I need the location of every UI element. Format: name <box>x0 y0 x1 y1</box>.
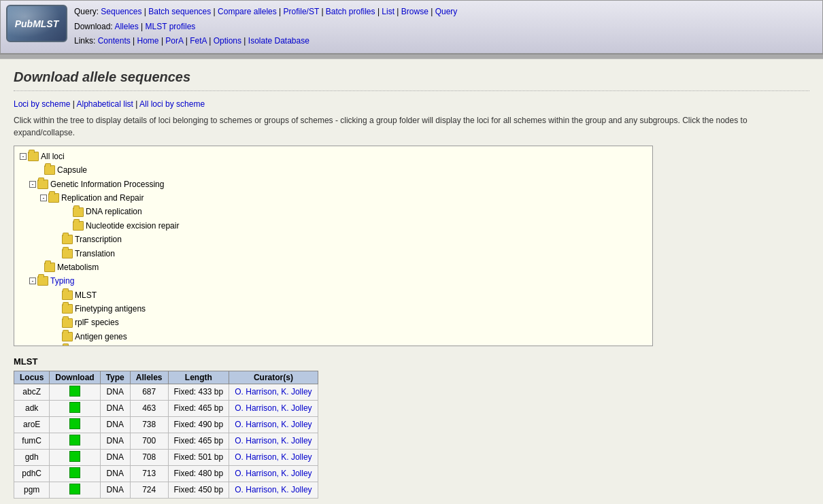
description-text: Click within the tree to display details… <box>14 114 809 139</box>
tree-item-nucleotide[interactable]: Nucleotide excision repair <box>20 219 647 233</box>
cell-download[interactable] <box>50 384 100 400</box>
download-button[interactable] <box>69 418 80 429</box>
label-replication: Replication and Repair <box>61 191 144 205</box>
label-dna-replication: DNA replication <box>86 205 142 218</box>
tree-item-antigen[interactable]: Antigen genes <box>20 330 647 343</box>
tree-item-finetyping[interactable]: Finetyping antigens <box>20 302 647 316</box>
table-row: gdh DNA 708 Fixed: 501 bp O. Harrison, K… <box>14 449 318 465</box>
cell-alleles: 687 <box>130 384 168 400</box>
logo-text: PubMLST <box>15 18 59 29</box>
link-contents[interactable]: Contents <box>98 36 131 46</box>
all-loci-by-scheme-link[interactable]: All loci by scheme <box>139 99 205 109</box>
label-rplf: rplF species <box>75 316 119 329</box>
curator-link[interactable]: O. Harrison, K. Jolley <box>235 452 312 462</box>
link-isolate-db[interactable]: Isolate Database <box>248 36 309 46</box>
expand-all-loci[interactable]: - <box>20 153 27 160</box>
label-mlst: MLST <box>75 288 97 302</box>
link-feta[interactable]: FetA <box>190 36 207 46</box>
folder-replication <box>48 193 59 203</box>
link-pora[interactable]: PorA <box>165 36 183 46</box>
tree-inner: - All loci Capsule - Genetic Information… <box>14 146 652 346</box>
expand-typing[interactable]: - <box>29 278 36 284</box>
tree-item-emlst-partial[interactable]: eMLST (20 locus partial genes) <box>20 343 647 346</box>
label-finetyping: Finetyping antigens <box>75 302 146 316</box>
download-button[interactable] <box>69 451 80 462</box>
cell-download[interactable] <box>50 482 100 498</box>
cell-alleles: 724 <box>130 482 168 498</box>
label-capsule: Capsule <box>57 163 87 177</box>
cell-alleles: 713 <box>130 465 168 482</box>
cell-type: DNA <box>100 416 130 433</box>
link-home[interactable]: Home <box>137 36 159 46</box>
folder-metabolism <box>44 263 55 272</box>
download-button[interactable] <box>69 386 80 397</box>
dl-mlst-profiles[interactable]: MLST profiles <box>146 22 196 31</box>
tree-item-metabolism[interactable]: Metabolism <box>20 261 647 274</box>
curator-link[interactable]: O. Harrison, K. Jolley <box>235 469 312 478</box>
download-button[interactable] <box>69 435 80 446</box>
label-all-loci: All loci <box>41 150 65 163</box>
loci-tree[interactable]: - All loci Capsule - Genetic Information… <box>14 146 653 346</box>
col-download: Download <box>50 371 100 384</box>
cell-curators: O. Harrison, K. Jolley <box>229 416 318 433</box>
nav-profile-st[interactable]: Profile/ST <box>284 7 319 16</box>
folder-rplf <box>62 318 73 328</box>
nav-batch-profiles[interactable]: Batch profiles <box>326 7 375 16</box>
query-row: Query: Sequences | Batch sequences | Com… <box>74 5 457 20</box>
tree-item-replication[interactable]: - Replication and Repair <box>20 191 647 205</box>
dl-alleles[interactable]: Alleles <box>114 22 138 31</box>
curator-link[interactable]: O. Harrison, K. Jolley <box>235 436 312 446</box>
loci-by-scheme-link[interactable]: Loci by scheme <box>14 99 70 109</box>
header-links: Query: Sequences | Batch sequences | Com… <box>74 5 457 49</box>
nav-sequences[interactable]: Sequences <box>101 7 141 16</box>
tree-item-typing[interactable]: - Typing <box>20 274 647 288</box>
cell-download[interactable] <box>50 416 100 433</box>
cell-download[interactable] <box>50 433 100 449</box>
nav-browse[interactable]: Browse <box>401 7 429 16</box>
cell-curators: O. Harrison, K. Jolley <box>229 384 318 400</box>
tree-item-all-loci[interactable]: - All loci <box>20 150 647 163</box>
curator-link[interactable]: O. Harrison, K. Jolley <box>235 403 312 413</box>
download-button[interactable] <box>69 467 80 478</box>
download-button[interactable] <box>69 402 80 413</box>
cell-download[interactable] <box>50 449 100 465</box>
cell-curators: O. Harrison, K. Jolley <box>229 482 318 498</box>
expand-replication[interactable]: - <box>40 195 47 201</box>
link-typing[interactable]: Typing <box>50 274 74 288</box>
links-row: Links: Contents | Home | PorA | FetA | O… <box>74 34 457 49</box>
alphabetical-list-link[interactable]: Alphabetical list <box>77 99 133 109</box>
cell-length: Fixed: 501 bp <box>168 449 229 465</box>
table-row: pdhC DNA 713 Fixed: 480 bp O. Harrison, … <box>14 465 318 482</box>
tree-item-rplf[interactable]: rplF species <box>20 316 647 329</box>
table-row: adk DNA 463 Fixed: 465 bp O. Harrison, K… <box>14 400 318 416</box>
nav-query[interactable]: Query <box>435 7 458 16</box>
cell-locus: adk <box>14 400 50 416</box>
cell-type: DNA <box>100 433 130 449</box>
separator <box>0 54 823 59</box>
cell-download[interactable] <box>50 400 100 416</box>
label-genetic: Genetic Information Processing <box>50 178 164 191</box>
curator-link[interactable]: O. Harrison, K. Jolley <box>235 387 312 397</box>
tree-item-genetic[interactable]: - Genetic Information Processing <box>20 178 647 191</box>
label-metabolism: Metabolism <box>57 261 99 274</box>
cell-alleles: 700 <box>130 433 168 449</box>
cell-curators: O. Harrison, K. Jolley <box>229 465 318 482</box>
tree-item-dna-replication[interactable]: DNA replication <box>20 205 647 218</box>
nav-compare-alleles[interactable]: Compare alleles <box>218 7 277 16</box>
label-emlst-partial: eMLST (20 locus partial genes) <box>75 343 188 346</box>
curator-link[interactable]: O. Harrison, K. Jolley <box>235 485 312 494</box>
table-row: fumC DNA 700 Fixed: 465 bp O. Harrison, … <box>14 433 318 449</box>
nav-list[interactable]: List <box>382 7 394 16</box>
expand-genetic[interactable]: - <box>29 181 36 188</box>
tree-item-translation[interactable]: Translation <box>20 247 647 261</box>
cell-download[interactable] <box>50 465 100 482</box>
folder-capsule <box>44 165 55 175</box>
page-title: Download allele sequences <box>14 69 809 91</box>
curator-link[interactable]: O. Harrison, K. Jolley <box>235 420 312 429</box>
tree-item-transcription[interactable]: Transcription <box>20 233 647 246</box>
download-button[interactable] <box>69 484 80 494</box>
tree-item-mlst[interactable]: MLST <box>20 288 647 302</box>
link-options[interactable]: Options <box>214 36 241 46</box>
nav-batch-sequences[interactable]: Batch sequences <box>148 7 211 16</box>
tree-item-capsule[interactable]: Capsule <box>20 163 647 177</box>
